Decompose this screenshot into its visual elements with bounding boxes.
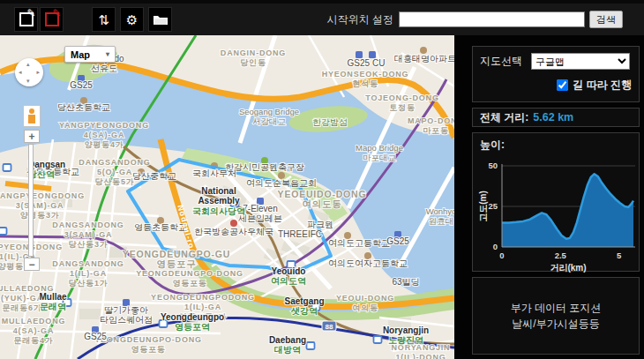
station-marker <box>307 342 315 349</box>
map-label: Mullae <box>39 292 67 302</box>
gear-icon: ⚙ <box>126 13 138 26</box>
elevation-panel: 높이: 0255002.55거리(km)고도(m) <box>472 132 640 272</box>
total-distance-panel: 전체 거리: 5.62 km <box>472 108 640 127</box>
map-label: 63빌딩 <box>392 277 419 287</box>
sidebar: 지도선택 구글맵 길 따라 진행 전체 거리: 5.62 km 높이: 0255… <box>454 35 644 359</box>
map-label: NationalAssembly <box>198 186 240 206</box>
map-label: 샛강역 <box>290 306 318 316</box>
pan-down-icon[interactable]: ▾ <box>26 78 30 84</box>
edit-red-icon: ✎ <box>45 12 59 26</box>
map-type-select[interactable]: 구글맵 <box>531 53 630 70</box>
search-label: 시작위치 설정 <box>327 12 393 27</box>
svg-text:25: 25 <box>488 201 498 211</box>
extra-panel-line2: 날씨/부가시설등등 <box>512 316 599 332</box>
map-label: 당산초등학교 <box>57 102 110 112</box>
pan-control[interactable]: ▴ ▾ ◂ ▸ <box>15 58 43 86</box>
map-label: 여의도고등학교 <box>328 238 390 248</box>
elevation-chart: 0255002.55거리(km)고도(m) <box>478 155 639 273</box>
zoom-out-button[interactable]: − <box>24 258 40 271</box>
map-label: Yeongdeungpo <box>161 312 224 322</box>
map-label: 여의도순복음교회 <box>246 178 317 188</box>
pegman-icon <box>28 108 35 123</box>
map-label: 영등포역 <box>175 322 210 332</box>
map-label: 문래역 <box>40 302 66 311</box>
pan-left-icon[interactable]: ◂ <box>19 69 22 75</box>
swap-direction-button[interactable]: ⇅ <box>92 7 116 32</box>
pan-up-icon[interactable]: ▴ <box>26 61 30 67</box>
edit-route-button[interactable]: ✎ <box>14 7 38 32</box>
folder-icon <box>154 14 168 25</box>
elevation-label: 높이: <box>480 138 505 151</box>
chevron-down-icon: ▾ <box>106 50 109 58</box>
map-label: Mapo Bridge마포대교 <box>356 143 403 162</box>
map-label: 한강밤섬 <box>312 117 348 127</box>
map-label: Wonhyo원효대 <box>426 206 454 226</box>
station-marker <box>374 336 382 343</box>
follow-road-label: 길 따라 진행 <box>573 78 632 93</box>
map-type-label: Map <box>71 49 90 60</box>
map-type-control[interactable]: Map ▾ <box>64 46 116 63</box>
search-button[interactable]: 검색 <box>589 11 623 28</box>
map-label: 여의도역 <box>271 276 306 286</box>
map-label: GS25 CU <box>348 58 386 68</box>
svg-text:거리(km): 거리(km) <box>550 263 586 273</box>
map-label: THREEIFC <box>278 229 322 239</box>
pan-right-icon[interactable]: ▸ <box>36 69 40 75</box>
map-label: 대흥태명아파트 <box>394 54 454 64</box>
svg-text:0: 0 <box>499 251 504 260</box>
total-distance-value: 5.62 km <box>533 111 573 123</box>
station-marker <box>0 228 7 235</box>
map-label: Dangsan <box>28 160 65 169</box>
map-label: 여의도여자고등학교 <box>328 258 408 268</box>
map-label: 당산중학교 <box>132 171 176 181</box>
svg-text:88: 88 <box>326 323 333 331</box>
svg-text:50: 50 <box>488 161 498 170</box>
map-label: 한강시민공원축구장 <box>225 162 304 172</box>
svg-text:5: 5 <box>617 251 622 260</box>
map-label: 국회사무처 <box>192 168 236 178</box>
edit-white-icon: ✎ <box>19 12 34 26</box>
map-label: 딸기가좋아타임스퀘어점 <box>100 305 153 325</box>
load-button[interactable] <box>148 7 172 32</box>
svg-text:0: 0 <box>493 242 498 251</box>
zoom-in-button[interactable]: + <box>24 130 40 143</box>
map-label: NORYANGJIN1(IL)-DONG <box>392 343 451 359</box>
map-label: 영등초등학교 <box>134 222 187 232</box>
total-distance-label: 전체 거리: <box>480 110 528 125</box>
svg-text:2.5: 2.5 <box>555 251 567 260</box>
map-label: Noryangjin <box>383 325 429 335</box>
map-viewport[interactable]: 88 DANGIN-DONG당인동HYEONSEOK-DONG현석동TOJEON… <box>0 35 454 359</box>
extra-data-panel: 부가 데이터 포지션 날씨/부가시설등등 <box>472 277 640 355</box>
follow-road-checkbox[interactable] <box>557 79 568 91</box>
zoom-slider[interactable] <box>28 144 34 257</box>
map-label: 국회의사당역 <box>192 206 245 216</box>
station-marker <box>4 164 11 171</box>
map-select-label: 지도선택 <box>480 54 522 69</box>
map-label: Saetgang <box>284 296 324 306</box>
map-label: GS25 <box>84 332 107 341</box>
extra-panel-line1: 부가 데이터 포지션 <box>511 300 602 316</box>
map-label: 파크원 <box>307 220 333 229</box>
map-label: Daebang <box>269 335 306 345</box>
pegman-control[interactable] <box>23 105 41 127</box>
map-label: Yeouido <box>272 266 306 276</box>
map-options-panel: 지도선택 구글맵 길 따라 진행 <box>472 46 640 102</box>
map-canvas: 88 DANGIN-DONG당인동HYEONSEOK-DONG현석동TOJEON… <box>0 35 454 359</box>
edit-route-active-button[interactable]: ✎ <box>40 7 64 32</box>
top-toolbar: ✎ ✎ ⇅ ⚙ 시작위치 설정 검색 <box>0 0 644 35</box>
map-label: GS25 <box>70 80 93 90</box>
map-label: 한국방송공사우체국 <box>194 227 273 236</box>
svg-text:고도(m): 고도(m) <box>478 191 488 222</box>
map-label: GS25 <box>386 236 409 246</box>
start-position-input[interactable] <box>399 11 585 27</box>
swap-vertical-icon: ⇅ <box>98 13 109 26</box>
map-label: 노량진역 <box>388 335 423 345</box>
map-label: 대방역 <box>274 345 301 355</box>
settings-button[interactable]: ⚙ <box>120 7 144 32</box>
